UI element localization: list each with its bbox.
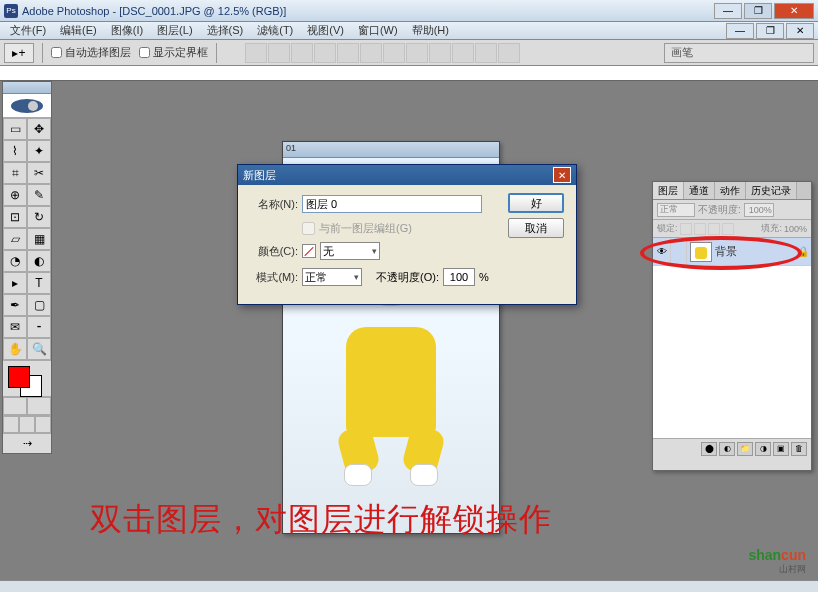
align-icon[interactable] <box>337 43 359 63</box>
layer-set-button[interactable]: 📁 <box>737 442 753 456</box>
type-tool[interactable]: T <box>27 272 51 294</box>
fill-value[interactable]: 100% <box>784 224 807 234</box>
menu-window[interactable]: 窗口(W) <box>352 22 404 39</box>
visibility-toggle-icon[interactable]: 👁 <box>653 238 671 265</box>
align-icon[interactable] <box>291 43 313 63</box>
color-select[interactable]: 无 <box>320 242 380 260</box>
notes-tool[interactable]: ✉ <box>3 316 27 338</box>
heal-tool[interactable]: ⊕ <box>3 184 27 206</box>
lasso-tool[interactable]: ⌇ <box>3 140 27 162</box>
menu-image[interactable]: 图像(I) <box>105 22 149 39</box>
tab-actions[interactable]: 动作 <box>715 182 746 199</box>
menu-file[interactable]: 文件(F) <box>4 22 52 39</box>
separator <box>216 43 217 63</box>
align-icon[interactable] <box>452 43 474 63</box>
mode-select[interactable]: 正常 <box>302 268 362 286</box>
cancel-button[interactable]: 取消 <box>508 218 564 238</box>
auto-select-checkbox[interactable]: 自动选择图层 <box>51 45 131 60</box>
new-layer-button[interactable]: ▣ <box>773 442 789 456</box>
path-tool[interactable]: ▸ <box>3 272 27 294</box>
shape-tool[interactable]: ▢ <box>27 294 51 316</box>
layer-row[interactable]: 👁 背景 🔒 <box>653 238 811 266</box>
stamp-tool[interactable]: ⊡ <box>3 206 27 228</box>
layer-name[interactable]: 背景 <box>715 244 797 259</box>
lock-transparency-icon[interactable] <box>680 223 692 235</box>
marquee-tool[interactable]: ▭ <box>3 118 27 140</box>
wand-tool[interactable]: ✦ <box>27 140 51 162</box>
lock-all-icon[interactable] <box>722 223 734 235</box>
ok-button[interactable]: 好 <box>508 193 564 213</box>
standard-mode[interactable] <box>3 397 27 415</box>
dodge-tool[interactable]: ◐ <box>27 250 51 272</box>
screen-mode-3[interactable] <box>35 416 51 433</box>
align-icon[interactable] <box>475 43 497 63</box>
align-icon[interactable] <box>360 43 382 63</box>
screen-mode-1[interactable] <box>3 416 19 433</box>
current-tool-icon[interactable]: ▸+ <box>4 43 34 63</box>
toolbox-header[interactable] <box>3 82 51 94</box>
maximize-button[interactable]: ❐ <box>744 3 772 19</box>
doc-close-button[interactable]: ✕ <box>786 23 814 39</box>
minimize-button[interactable]: — <box>714 3 742 19</box>
jump-to-button[interactable]: ⇢ <box>3 433 51 453</box>
screen-mode-2[interactable] <box>19 416 35 433</box>
auto-select-input[interactable] <box>51 47 62 58</box>
opacity-value[interactable]: 100% <box>744 203 774 217</box>
lock-pixels-icon[interactable] <box>694 223 706 235</box>
layer-style-button[interactable]: ⬤ <box>701 442 717 456</box>
new-layer-dialog: 新图层 ✕ 名称(N): 与前一图层编组(G) 颜色(C): 无 模式(M): … <box>237 164 577 305</box>
slice-tool[interactable]: ✂ <box>27 162 51 184</box>
doc-minimize-button[interactable]: — <box>726 23 754 39</box>
tab-layers[interactable]: 图层 <box>653 182 684 199</box>
tab-channels[interactable]: 通道 <box>684 182 715 199</box>
lock-position-icon[interactable] <box>708 223 720 235</box>
palette-well[interactable]: 画笔 <box>664 43 814 63</box>
show-bounds-checkbox[interactable]: 显示定界框 <box>139 45 208 60</box>
menu-edit[interactable]: 编辑(E) <box>54 22 103 39</box>
zoom-tool[interactable]: 🔍 <box>27 338 51 360</box>
align-icon[interactable] <box>314 43 336 63</box>
align-icon[interactable] <box>245 43 267 63</box>
gradient-tool[interactable]: ▦ <box>27 228 51 250</box>
history-brush-tool[interactable]: ↻ <box>27 206 51 228</box>
pen-tool[interactable]: ✒ <box>3 294 27 316</box>
delete-layer-button[interactable]: 🗑 <box>791 442 807 456</box>
watermark-sub: 山村网 <box>748 563 806 576</box>
document-titlebar[interactable]: 01 <box>283 142 499 158</box>
auto-select-label: 自动选择图层 <box>65 45 131 60</box>
menu-help[interactable]: 帮助(H) <box>406 22 455 39</box>
eraser-tool[interactable]: ▱ <box>3 228 27 250</box>
quickmask-mode[interactable] <box>27 397 51 415</box>
eyedropper-tool[interactable]: ⁃ <box>27 316 51 338</box>
name-label: 名称(N): <box>250 197 298 212</box>
blur-tool[interactable]: ◔ <box>3 250 27 272</box>
close-button[interactable]: ✕ <box>774 3 814 19</box>
menu-select[interactable]: 选择(S) <box>201 22 250 39</box>
layer-link-cell[interactable] <box>671 238 687 265</box>
align-icon[interactable] <box>406 43 428 63</box>
layer-thumbnail[interactable] <box>690 242 712 262</box>
tab-history[interactable]: 历史记录 <box>746 182 797 199</box>
align-icon[interactable] <box>383 43 405 63</box>
menu-filter[interactable]: 滤镜(T) <box>251 22 299 39</box>
dialog-titlebar[interactable]: 新图层 ✕ <box>238 165 576 185</box>
layer-name-input[interactable] <box>302 195 482 213</box>
menu-view[interactable]: 视图(V) <box>301 22 350 39</box>
brush-tool[interactable]: ✎ <box>27 184 51 206</box>
align-icon[interactable] <box>429 43 451 63</box>
layer-mask-button[interactable]: ◐ <box>719 442 735 456</box>
align-icon[interactable] <box>268 43 290 63</box>
show-bounds-input[interactable] <box>139 47 150 58</box>
adjustment-layer-button[interactable]: ◑ <box>755 442 771 456</box>
menu-layer[interactable]: 图层(L) <box>151 22 198 39</box>
opacity-input[interactable]: 100 <box>443 268 475 286</box>
doc-restore-button[interactable]: ❐ <box>756 23 784 39</box>
move-tool[interactable]: ✥ <box>27 118 51 140</box>
lock-label: 锁定: <box>657 222 678 235</box>
hand-tool[interactable]: ✋ <box>3 338 27 360</box>
dialog-close-button[interactable]: ✕ <box>553 167 571 183</box>
blend-mode-select[interactable]: 正常 <box>657 203 695 217</box>
crop-tool[interactable]: ⌗ <box>3 162 27 184</box>
align-icon[interactable] <box>498 43 520 63</box>
foreground-color[interactable] <box>8 366 30 388</box>
